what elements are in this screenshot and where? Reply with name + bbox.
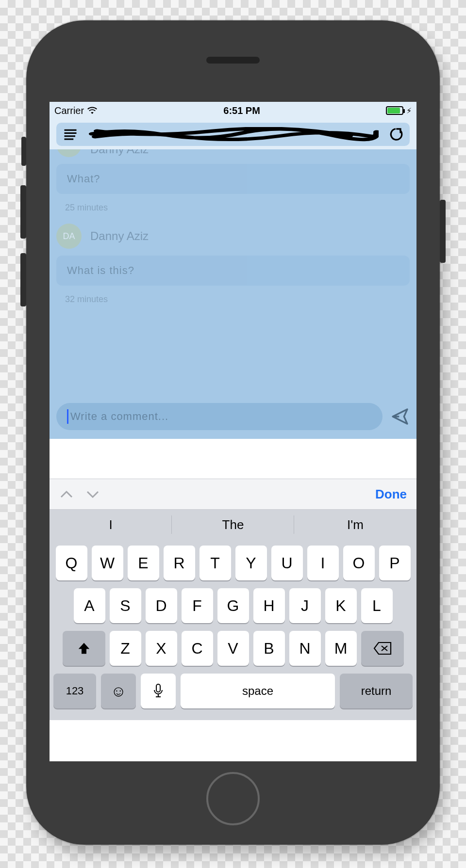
key-x[interactable]: X: [146, 631, 177, 666]
key-b[interactable]: B: [253, 631, 285, 666]
suggestion[interactable]: The: [172, 510, 294, 540]
send-icon[interactable]: [390, 407, 410, 426]
home-button[interactable]: [206, 772, 260, 825]
key-c[interactable]: C: [182, 631, 213, 666]
menu-icon[interactable]: [63, 127, 78, 142]
key-space[interactable]: space: [181, 674, 335, 708]
key-g[interactable]: G: [217, 588, 249, 623]
volume-up-button: [20, 185, 26, 239]
next-field-icon[interactable]: [85, 489, 100, 499]
message-group: DA Danny Aziz What? 25 minutes: [56, 149, 410, 213]
key-l[interactable]: L: [361, 588, 393, 623]
keyboard-accessory-bar: Done: [50, 479, 416, 510]
mute-switch: [21, 137, 26, 166]
prev-field-icon[interactable]: [59, 489, 74, 499]
key-i[interactable]: I: [307, 546, 339, 580]
avatar: DA: [56, 149, 82, 157]
suggestion-bar: I The I'm: [50, 510, 416, 540]
redacted-title: [87, 127, 379, 142]
comment-input[interactable]: Write a comment...: [56, 403, 383, 430]
power-button: [440, 200, 446, 263]
key-k[interactable]: K: [325, 588, 357, 623]
key-m[interactable]: M: [325, 631, 357, 666]
message-timestamp: 32 minutes: [65, 294, 410, 305]
message-bubble: What is this?: [56, 256, 410, 286]
key-dictation[interactable]: [141, 674, 176, 708]
wifi-icon: [87, 107, 98, 114]
key-j[interactable]: J: [289, 588, 321, 623]
key-e[interactable]: E: [128, 546, 159, 580]
battery-icon: [386, 106, 403, 115]
key-f[interactable]: F: [182, 588, 213, 623]
key-q[interactable]: Q: [56, 546, 87, 580]
key-return[interactable]: return: [340, 674, 413, 708]
mic-icon: [152, 683, 164, 699]
key-v[interactable]: V: [217, 631, 249, 666]
message-bubble: What?: [56, 164, 410, 194]
speaker: [206, 57, 260, 64]
message-group: DA Danny Aziz What is this? 32 minutes: [56, 224, 410, 305]
key-h[interactable]: H: [253, 588, 285, 623]
content-spacer: [50, 439, 416, 479]
key-backspace[interactable]: [361, 631, 404, 666]
status-bar: Carrier 6:51 PM ⚡︎: [50, 102, 416, 119]
key-emoji[interactable]: ☺: [101, 674, 136, 708]
sender-name: Danny Aziz: [90, 229, 149, 243]
key-d[interactable]: D: [146, 588, 177, 623]
keyboard: Q W E R T Y U I O P A S D F G H J K L: [50, 540, 416, 720]
key-u[interactable]: U: [271, 546, 303, 580]
charging-icon: ⚡︎: [406, 106, 412, 115]
comment-placeholder: Write a comment...: [70, 410, 168, 423]
key-z[interactable]: Z: [110, 631, 141, 666]
avatar: DA: [56, 224, 82, 249]
chat-area[interactable]: DA Danny Aziz What? 25 minutes DA Danny …: [50, 149, 416, 439]
key-numbers[interactable]: 123: [53, 674, 96, 708]
text-caret: [67, 409, 68, 424]
volume-down-button: [20, 253, 26, 306]
navbar: [50, 119, 416, 149]
key-t[interactable]: T: [200, 546, 231, 580]
carrier-label: Carrier: [54, 105, 84, 116]
key-n[interactable]: N: [289, 631, 321, 666]
suggestion[interactable]: I: [50, 510, 172, 540]
key-a[interactable]: A: [74, 588, 105, 623]
key-p[interactable]: P: [379, 546, 411, 580]
clock: 6:51 PM: [223, 105, 260, 116]
sender-name: Danny Aziz: [90, 149, 149, 156]
screen: Carrier 6:51 PM ⚡︎: [50, 102, 416, 761]
svg-rect-6: [156, 684, 160, 692]
key-shift[interactable]: [63, 631, 105, 666]
message-timestamp: 25 minutes: [65, 203, 410, 213]
key-s[interactable]: S: [110, 588, 141, 623]
phone-frame: Carrier 6:51 PM ⚡︎: [26, 20, 440, 845]
key-w[interactable]: W: [92, 546, 123, 580]
reload-icon[interactable]: [388, 127, 403, 142]
key-y[interactable]: Y: [235, 546, 267, 580]
suggestion[interactable]: I'm: [294, 510, 416, 540]
key-r[interactable]: R: [164, 546, 195, 580]
done-button[interactable]: Done: [375, 487, 407, 502]
key-o[interactable]: O: [343, 546, 375, 580]
